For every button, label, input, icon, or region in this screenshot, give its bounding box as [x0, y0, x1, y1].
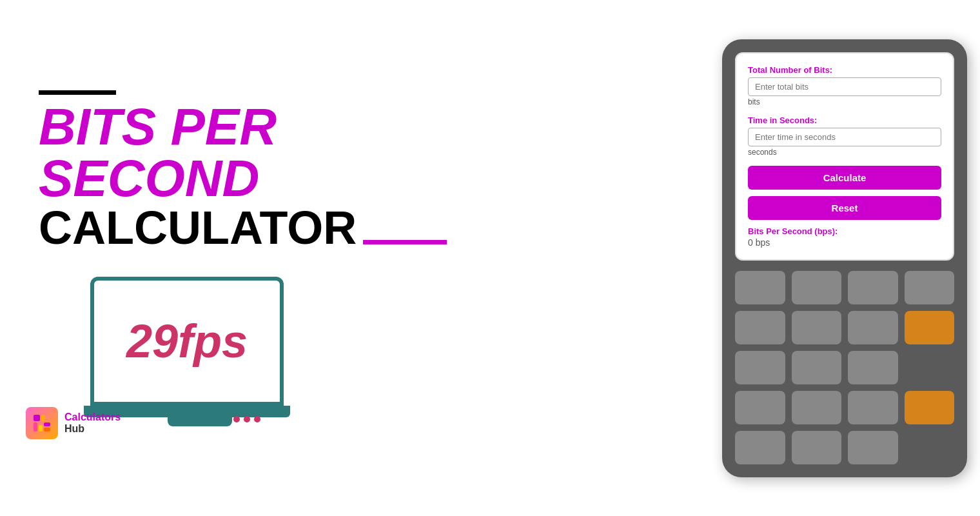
total-bits-unit: bits	[748, 97, 941, 106]
key-11[interactable]	[735, 391, 785, 424]
calculate-button[interactable]: Calculate	[748, 166, 941, 190]
svg-rect-3	[39, 425, 43, 432]
key-13[interactable]	[848, 391, 898, 424]
dot-3	[254, 416, 260, 422]
laptop-stand	[168, 417, 232, 426]
title-bits-per: BITS PER	[39, 101, 671, 153]
key-8[interactable]	[735, 351, 785, 384]
time-input[interactable]	[748, 128, 941, 146]
logo-text: Calculators Hub	[64, 412, 121, 435]
total-bits-group: Total Number of Bits: bits	[748, 65, 941, 106]
result-label: Bits Per Second (bps):	[748, 226, 941, 236]
time-seconds-group: Time in Seconds: seconds	[748, 115, 941, 157]
key-orange-2[interactable]	[905, 391, 955, 424]
left-section: BITS PER SECOND CALCULATOR 29fps	[0, 64, 709, 452]
key-orange-1[interactable]	[905, 311, 955, 344]
logo-section: Calculators Hub	[26, 407, 121, 439]
key-1[interactable]	[735, 271, 785, 304]
key-7[interactable]	[848, 311, 898, 344]
key-15[interactable]	[792, 431, 842, 464]
svg-rect-4	[44, 422, 50, 426]
svg-rect-0	[34, 415, 40, 421]
laptop-screen: 29fps	[90, 277, 284, 406]
key-5[interactable]	[735, 311, 785, 344]
logo-svg	[32, 413, 52, 433]
calculator-device: Total Number of Bits: bits Time in Secon…	[722, 39, 967, 477]
dot-1	[233, 416, 240, 422]
dot-2	[244, 416, 250, 422]
svg-rect-5	[44, 428, 50, 432]
key-16[interactable]	[848, 431, 898, 464]
title-second: SECOND	[39, 153, 671, 204]
logo-hub-text: Hub	[64, 423, 121, 435]
result-value: 0 bps	[748, 237, 941, 248]
time-label: Time in Seconds:	[748, 115, 941, 125]
svg-rect-1	[41, 415, 45, 421]
calculator-keypad	[735, 271, 954, 464]
key-4[interactable]	[905, 271, 955, 304]
svg-rect-2	[34, 422, 37, 432]
key-12[interactable]	[792, 391, 842, 424]
logo-icon	[26, 407, 58, 439]
key-14[interactable]	[735, 431, 785, 464]
right-section: Total Number of Bits: bits Time in Secon…	[709, 26, 980, 490]
laptop-illustration: 29fps	[90, 277, 309, 426]
reset-button[interactable]: Reset	[748, 196, 941, 220]
total-bits-label: Total Number of Bits:	[748, 65, 941, 75]
key-10[interactable]	[848, 351, 898, 384]
laptop-dots	[233, 416, 260, 422]
logo-calculators-text: Calculators	[64, 412, 121, 423]
time-unit: seconds	[748, 148, 941, 157]
key-2[interactable]	[792, 271, 842, 304]
title-bar-decoration	[39, 90, 116, 95]
key-9[interactable]	[792, 351, 842, 384]
key-6[interactable]	[792, 311, 842, 344]
total-bits-input[interactable]	[748, 77, 941, 96]
laptop-fps-display: 29fps	[126, 315, 248, 368]
key-3[interactable]	[848, 271, 898, 304]
calculator-screen-panel: Total Number of Bits: bits Time in Secon…	[735, 52, 954, 261]
title-calculator: CALCULATOR	[39, 204, 671, 251]
